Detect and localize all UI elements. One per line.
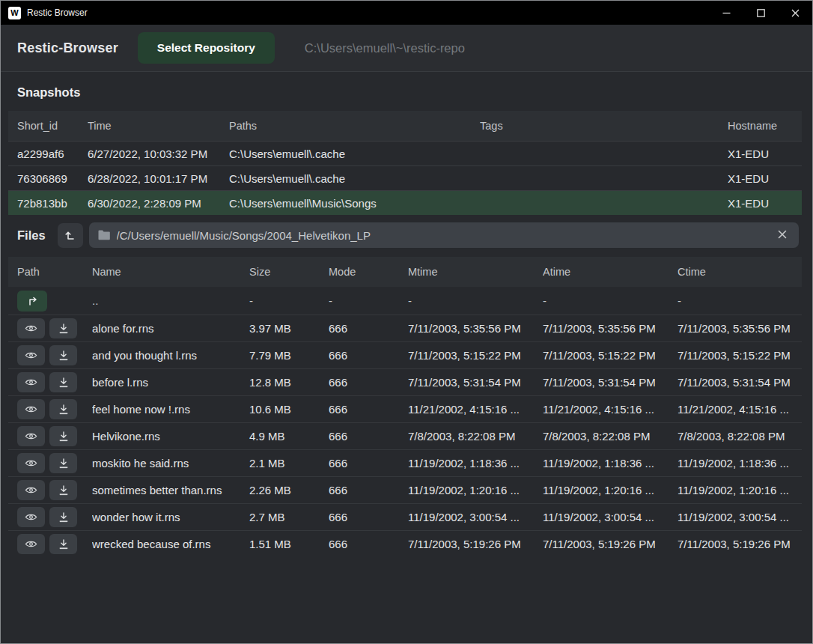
file-mode: 666 xyxy=(329,538,408,550)
file-row: Helvikone.rns 4.9 MB 666 7/8/2003, 8:22:… xyxy=(8,422,802,449)
snapshot-time: 6/30/2022, 2:28:09 PM xyxy=(88,197,229,210)
current-path-field[interactable] xyxy=(89,222,799,248)
parent-dir-arrow-icon xyxy=(27,296,38,306)
column-tags[interactable]: Tags xyxy=(480,120,728,132)
download-icon xyxy=(58,458,69,469)
file-ctime: 7/11/2003, 5:19:26 PM xyxy=(678,538,802,550)
preview-file-button[interactable] xyxy=(17,480,45,500)
file-row: wrecked because of.rns 1.51 MB 666 7/11/… xyxy=(8,530,802,557)
file-atime: 7/11/2003, 5:35:56 PM xyxy=(543,322,678,335)
file-size: 12.8 MB xyxy=(249,376,329,389)
column-path[interactable]: Path xyxy=(17,266,92,278)
preview-file-button[interactable] xyxy=(17,426,45,446)
file-size: 1.51 MB xyxy=(249,538,329,550)
snapshot-row[interactable]: 76306869 6/28/2022, 10:01:17 PM C:\Users… xyxy=(8,165,802,190)
preview-file-button[interactable] xyxy=(17,507,45,527)
file-ctime: - xyxy=(678,294,802,307)
maximize-button[interactable] xyxy=(743,1,778,25)
parent-directory-row[interactable]: .. - - - - - xyxy=(8,287,802,315)
download-icon xyxy=(58,323,69,334)
repository-path: C:\Users\emuell\~\restic-repo xyxy=(305,41,465,55)
select-repository-button[interactable]: Select Repository xyxy=(138,32,275,64)
column-short-id[interactable]: Short_id xyxy=(17,120,88,132)
files-bar: Files xyxy=(17,222,799,248)
file-mtime: 11/19/2002, 1:20:16 ... xyxy=(408,484,543,496)
preview-file-button[interactable] xyxy=(17,453,45,473)
snapshot-row-selected[interactable]: 72b813bb 6/30/2022, 2:28:09 PM C:\Users\… xyxy=(8,190,802,215)
file-name: .. xyxy=(92,294,249,307)
file-size: 7.79 MB xyxy=(249,349,329,362)
file-mode: 666 xyxy=(329,511,408,523)
minimize-button[interactable] xyxy=(709,1,743,25)
open-parent-directory-button[interactable] xyxy=(17,291,47,312)
file-name: and you thought l.rns xyxy=(92,349,249,362)
file-mode: 666 xyxy=(329,457,408,470)
file-mode: 666 xyxy=(329,349,408,362)
download-file-button[interactable] xyxy=(49,507,77,527)
preview-file-button[interactable] xyxy=(17,318,45,338)
file-ctime: 11/19/2002, 3:00:54 ... xyxy=(678,511,802,523)
preview-file-button[interactable] xyxy=(17,345,45,365)
files-title: Files xyxy=(17,228,46,243)
file-atime: 7/11/2003, 5:31:54 PM xyxy=(543,376,678,389)
file-ctime: 11/19/2002, 1:20:16 ... xyxy=(678,484,802,496)
column-atime[interactable]: Atime xyxy=(543,266,678,278)
download-file-button[interactable] xyxy=(49,453,77,473)
download-file-button[interactable] xyxy=(49,426,77,446)
file-atime: 7/11/2003, 5:15:22 PM xyxy=(543,349,678,362)
column-mtime[interactable]: Mtime xyxy=(408,266,543,278)
close-button[interactable] xyxy=(778,1,812,25)
minimize-icon xyxy=(722,9,731,17)
clear-path-button[interactable] xyxy=(773,227,791,243)
column-name[interactable]: Name xyxy=(92,266,249,278)
file-mtime: 11/19/2002, 3:00:54 ... xyxy=(408,511,543,523)
preview-file-button[interactable] xyxy=(17,372,45,392)
column-hostname[interactable]: Hostname xyxy=(728,120,802,132)
file-mode: 666 xyxy=(329,403,408,416)
snapshot-paths: C:\Users\emuell\.cache xyxy=(229,148,480,160)
file-row: sometimes better than.rns 2.26 MB 666 11… xyxy=(8,476,802,503)
file-mtime: 11/19/2002, 1:18:36 ... xyxy=(408,457,543,470)
file-mtime: 7/11/2003, 5:31:54 PM xyxy=(408,376,543,389)
eye-icon xyxy=(25,512,37,522)
download-file-button[interactable] xyxy=(49,534,77,554)
file-mtime: 7/11/2003, 5:15:22 PM xyxy=(408,349,543,362)
eye-icon xyxy=(25,485,37,495)
eye-icon xyxy=(25,458,37,468)
download-file-button[interactable] xyxy=(49,399,77,419)
app-header: Restic-Browser Select Repository C:\User… xyxy=(1,25,812,72)
file-mtime: 7/8/2003, 8:22:08 PM xyxy=(408,430,543,443)
snapshots-header-row: Short_id Time Paths Tags Hostname xyxy=(8,111,802,141)
download-icon xyxy=(58,350,69,361)
file-row: wonder how it.rns 2.7 MB 666 11/19/2002,… xyxy=(8,503,802,530)
column-mode[interactable]: Mode xyxy=(329,266,408,278)
download-file-button[interactable] xyxy=(49,345,77,365)
snapshot-row[interactable]: a2299af6 6/27/2022, 10:03:32 PM C:\Users… xyxy=(8,141,802,165)
go-up-directory-button[interactable] xyxy=(58,223,83,248)
eye-icon xyxy=(25,404,37,414)
eye-icon xyxy=(25,539,37,549)
file-atime: 11/19/2002, 3:00:54 ... xyxy=(543,511,678,523)
file-mtime: 7/11/2003, 5:35:56 PM xyxy=(408,322,543,335)
download-file-button[interactable] xyxy=(49,372,77,392)
column-paths[interactable]: Paths xyxy=(229,120,480,132)
file-size: - xyxy=(249,294,329,307)
download-icon xyxy=(58,431,69,442)
preview-file-button[interactable] xyxy=(17,534,45,554)
file-name: Helvikone.rns xyxy=(92,430,249,443)
column-size[interactable]: Size xyxy=(249,266,329,278)
file-size: 2.1 MB xyxy=(249,457,329,470)
window-title: Restic Browser xyxy=(27,7,709,18)
download-file-button[interactable] xyxy=(49,318,77,338)
file-name: alone for.rns xyxy=(92,322,249,335)
column-time[interactable]: Time xyxy=(88,120,229,132)
eye-icon xyxy=(25,377,37,387)
file-name: feel home now !.rns xyxy=(92,403,249,416)
download-file-button[interactable] xyxy=(49,480,77,500)
path-input[interactable] xyxy=(117,229,773,242)
file-row: feel home now !.rns 10.6 MB 666 11/21/20… xyxy=(8,395,802,422)
file-ctime: 7/11/2003, 5:15:22 PM xyxy=(678,349,802,362)
preview-file-button[interactable] xyxy=(17,399,45,419)
column-ctime[interactable]: Ctime xyxy=(678,266,802,278)
file-atime: 11/19/2002, 1:18:36 ... xyxy=(543,457,678,470)
